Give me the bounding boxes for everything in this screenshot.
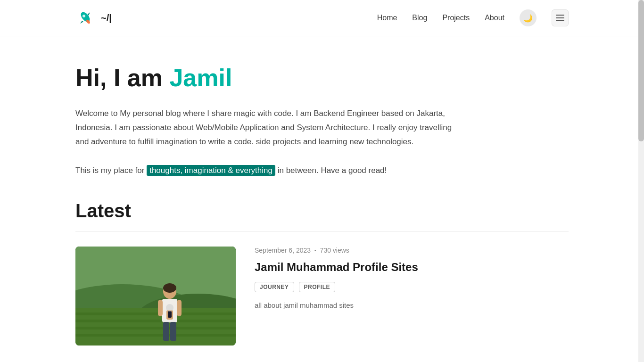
nav-blog[interactable]: Blog (412, 14, 427, 22)
scrollbar-thumb[interactable] (638, 0, 644, 141)
tag-profile[interactable]: PROFILE (299, 282, 336, 292)
tagline-highlight: thoughts, imagination & everything (147, 165, 275, 176)
navbar-links: Home Blog Projects About 🌙 (377, 9, 569, 26)
post-meta: September 6, 2023 • 730 views (255, 247, 418, 254)
post-views: 730 views (320, 247, 349, 254)
nav-projects[interactable]: Projects (442, 14, 470, 22)
hero-name: Jamil (169, 64, 232, 91)
post-card[interactable]: September 6, 2023 • 730 views Jamil Muha… (75, 247, 569, 346)
post-thumbnail (75, 247, 236, 346)
menu-icon-line2 (556, 17, 564, 18)
nav-about[interactable]: About (485, 14, 504, 22)
meta-dot: • (314, 248, 316, 253)
navbar: ~/| Home Blog Projects About 🌙 (0, 0, 644, 36)
post-image-svg (75, 247, 236, 346)
latest-section: Latest (75, 200, 569, 346)
svg-rect-20 (170, 322, 176, 341)
logo-text: ~/| (101, 13, 112, 24)
latest-title: Latest (75, 200, 569, 222)
post-content: September 6, 2023 • 730 views Jamil Muha… (255, 247, 418, 311)
hero-greeting: Hi, I am (75, 64, 169, 91)
moon-icon: 🌙 (523, 14, 533, 23)
svg-rect-16 (177, 300, 182, 316)
theme-toggle-button[interactable]: 🌙 (520, 9, 537, 26)
svg-rect-18 (168, 311, 172, 318)
navbar-brand: ~/| (75, 8, 112, 28)
post-date: September 6, 2023 (255, 247, 311, 254)
post-tags: JOURNEY PROFILE (255, 282, 418, 292)
hero-section: Hi, I am Jamil Welcome to My personal bl… (75, 65, 569, 178)
svg-rect-8 (75, 313, 236, 315)
menu-toggle-button[interactable] (552, 9, 569, 26)
svg-rect-10 (75, 327, 236, 329)
scrollbar[interactable] (638, 0, 644, 362)
svg-rect-19 (163, 322, 169, 341)
svg-rect-15 (158, 300, 163, 316)
svg-point-2 (83, 15, 85, 17)
tagline-after: in between. Have a good read! (275, 166, 387, 175)
menu-icon-line1 (556, 15, 564, 16)
hero-tagline: This is my place for thoughts, imaginati… (75, 164, 462, 178)
nav-home[interactable]: Home (377, 14, 397, 22)
post-excerpt: all about jamil muhammad sites (255, 300, 418, 311)
svg-point-21 (166, 304, 173, 312)
post-image-placeholder (75, 247, 236, 346)
tagline-before: This is my place for (75, 166, 147, 175)
svg-rect-9 (75, 320, 236, 322)
rocket-icon (75, 8, 96, 28)
svg-point-13 (163, 283, 176, 293)
post-title[interactable]: Jamil Muhammad Profile Sites (255, 260, 418, 274)
main-content: Hi, I am Jamil Welcome to My personal bl… (0, 36, 644, 362)
svg-rect-11 (75, 334, 236, 337)
tag-journey[interactable]: JOURNEY (255, 282, 294, 292)
section-divider (75, 231, 569, 231)
menu-icon-line3 (556, 20, 564, 21)
hero-title: Hi, I am Jamil (75, 65, 569, 91)
hero-description: Welcome to My personal blog where I shar… (75, 107, 462, 148)
